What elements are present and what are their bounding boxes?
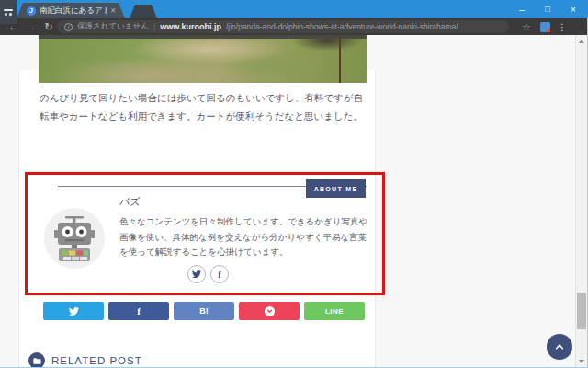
tab-favicon: J	[27, 6, 36, 16]
apps-icon-dots	[5, 13, 12, 16]
article-photo	[39, 35, 367, 83]
line-label: LINE	[325, 307, 344, 316]
window-minimize-button[interactable]: –	[509, 0, 535, 18]
address-bar[interactable]: i 保護されていません | www.kuroobi.jp/jin/panda-a…	[57, 20, 509, 33]
share-pocket-button[interactable]	[239, 302, 300, 320]
bookmark-star-icon[interactable]: ☆	[519, 19, 534, 34]
article-paragraph: のんびり見て回りたい場合には歩いて回るのもいいですし、有料ですが自転車やカートな…	[40, 88, 368, 125]
related-post-folder-icon	[28, 352, 45, 368]
window-close-button[interactable]: ×	[560, 0, 586, 18]
twitter-icon	[69, 306, 79, 316]
page-info-icon[interactable]: i	[64, 23, 73, 31]
pocket-icon	[265, 306, 275, 316]
security-label: 保護されていません	[77, 21, 149, 32]
share-line-button[interactable]: LINE	[304, 302, 365, 320]
reload-button[interactable]: ↻	[40, 18, 57, 35]
tab-title: 南紀白浜にあるアドベンチャ	[40, 6, 107, 17]
address-separator: |	[153, 22, 155, 31]
extension-icon[interactable]	[540, 22, 550, 32]
tab-close-icon[interactable]: ×	[110, 6, 116, 16]
scroll-to-top-button[interactable]	[547, 334, 572, 360]
window-controls: – □ ×	[509, 0, 586, 18]
related-post-heading: RELATED POST	[51, 355, 142, 366]
share-twitter-button[interactable]	[43, 302, 104, 320]
annotation-highlight-box	[25, 172, 385, 295]
browser-tab[interactable]: J 南紀白浜にあるアドベンチャ ×	[17, 3, 125, 18]
page-scrollbar[interactable]	[575, 35, 587, 367]
scrollbar-up-arrow[interactable]	[579, 40, 584, 43]
forward-button[interactable]: →	[23, 18, 40, 35]
browser-apps-icon[interactable]	[0, 0, 17, 24]
scrollbar-down-arrow[interactable]	[579, 360, 584, 363]
url-path: /jin/panda-and-dolphin-shows-at-adventur…	[226, 22, 458, 31]
hatena-icon: B!	[199, 306, 209, 316]
browser-window: J 南紀白浜にあるアドベンチャ × – □ × ← → ↻ i 保護されていませ…	[0, 0, 588, 368]
share-facebook-button[interactable]: f	[108, 302, 169, 320]
facebook-icon: f	[137, 305, 141, 316]
window-maximize-button[interactable]: □	[535, 0, 560, 18]
scrollbar-thumb[interactable]	[577, 293, 586, 329]
share-hatena-button[interactable]: B!	[174, 302, 234, 320]
chevron-up-icon	[552, 339, 567, 354]
url-host: www.kuroobi.jp	[160, 22, 221, 31]
browser-menu-icon[interactable]: ⋮	[556, 19, 569, 34]
apps-icon-bar	[4, 9, 13, 11]
